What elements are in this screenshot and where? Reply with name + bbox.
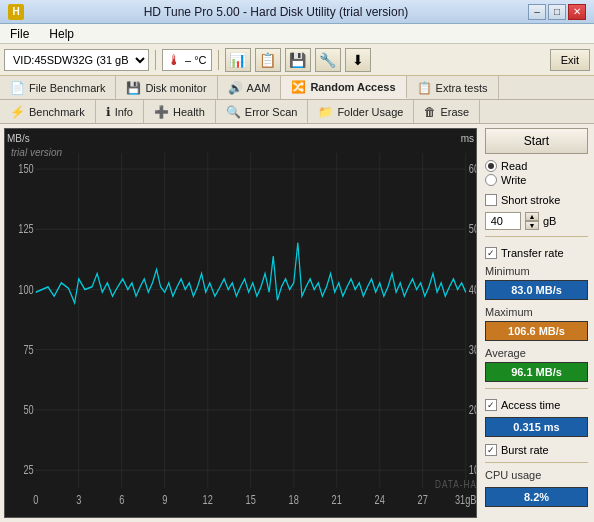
disk-monitor-icon: 💾 (126, 81, 141, 95)
health-icon: ➕ (154, 105, 169, 119)
svg-rect-0 (5, 129, 476, 517)
toolbar-sep-1 (155, 50, 156, 70)
tab-benchmark[interactable]: ⚡ Benchmark (0, 100, 96, 123)
svg-text:50: 50 (23, 403, 33, 416)
chart-watermark: trial version (11, 147, 62, 158)
window-title: HD Tune Pro 5.00 - Hard Disk Utility (tr… (24, 5, 528, 19)
file-benchmark-icon: 📄 (10, 81, 25, 95)
tab-file-benchmark[interactable]: 📄 File Benchmark (0, 76, 116, 99)
svg-text:21: 21 (332, 492, 342, 505)
icon-btn-4[interactable]: 🔧 (315, 48, 341, 72)
close-button[interactable]: ✕ (568, 4, 586, 20)
temp-value: – °C (185, 54, 207, 66)
minimize-button[interactable]: – (528, 4, 546, 20)
tab-info[interactable]: ℹ Info (96, 100, 144, 123)
tab-random-access[interactable]: 🔀 Random Access (281, 76, 406, 99)
svg-text:27: 27 (418, 492, 428, 505)
svg-text:60: 60 (469, 162, 476, 175)
toolbar: VID:45SDW32G (31 gB) 🌡 – °C 📊 📋 💾 🔧 ⬇ Ex… (0, 44, 594, 76)
gb-label: gB (543, 215, 556, 227)
window-controls: – □ ✕ (528, 4, 586, 20)
right-panel: Start Read Write Short stroke ▲ ▼ gB (479, 124, 594, 522)
svg-text:31gB: 31gB (455, 492, 476, 505)
temperature-display: 🌡 – °C (162, 49, 212, 71)
svg-text:150: 150 (18, 162, 33, 175)
maximize-button[interactable]: □ (548, 4, 566, 20)
checkbox-short-stroke[interactable]: Short stroke (485, 194, 588, 206)
tab-disk-monitor[interactable]: 💾 Disk monitor (116, 76, 217, 99)
svg-text:50: 50 (469, 222, 476, 235)
tab-health[interactable]: ➕ Health (144, 100, 216, 123)
chart-svg: 150 125 100 75 50 25 60 50 40 30 20 10 0… (5, 129, 476, 517)
benchmark-icon: ⚡ (10, 105, 25, 119)
transfer-rate-checkbox: ✓ (485, 247, 497, 259)
menu-help[interactable]: Help (43, 25, 80, 43)
minimum-value: 83.0 MB/s (485, 280, 588, 300)
stat-section-maximum: Maximum 106.6 MB/s (485, 306, 588, 341)
random-access-icon: 🔀 (291, 80, 306, 94)
tab-folder-usage[interactable]: 📁 Folder Usage (308, 100, 414, 123)
aam-icon: 🔊 (228, 81, 243, 95)
minimum-label: Minimum (485, 265, 588, 277)
maximum-value: 106.6 MB/s (485, 321, 588, 341)
start-button[interactable]: Start (485, 128, 588, 154)
drive-select[interactable]: VID:45SDW32G (31 gB) (4, 49, 149, 71)
info-icon: ℹ (106, 105, 111, 119)
average-value: 96.1 MB/s (485, 362, 588, 382)
svg-text:12: 12 (203, 492, 213, 505)
spin-buttons: ▲ ▼ (525, 212, 539, 230)
icon-btn-1[interactable]: 📊 (225, 48, 251, 72)
short-stroke-checkbox (485, 194, 497, 206)
access-time-checkbox: ✓ (485, 399, 497, 411)
svg-text:20: 20 (469, 403, 476, 416)
svg-text:6: 6 (119, 492, 124, 505)
burst-rate-checkbox: ✓ (485, 444, 497, 456)
svg-text:3: 3 (76, 492, 81, 505)
checkbox-transfer-rate[interactable]: ✓ Transfer rate (485, 247, 588, 259)
cpu-usage-value: 8.2% (485, 487, 588, 507)
tab-extra-tests[interactable]: 📋 Extra tests (407, 76, 499, 99)
tab-row-1: 📄 File Benchmark 💾 Disk monitor 🔊 AAM 🔀 … (0, 76, 594, 100)
svg-text:18: 18 (289, 492, 299, 505)
average-label: Average (485, 347, 588, 359)
cpu-usage-label: CPU usage (485, 469, 588, 481)
icon-btn-5[interactable]: ⬇ (345, 48, 371, 72)
stat-section-average: Average 96.1 MB/s (485, 347, 588, 382)
svg-text:30: 30 (469, 343, 476, 356)
svg-text:40: 40 (469, 282, 476, 295)
checkbox-burst-rate[interactable]: ✓ Burst rate (485, 444, 588, 456)
radio-write[interactable]: Write (485, 174, 588, 186)
spin-up[interactable]: ▲ (525, 212, 539, 221)
checkbox-access-time[interactable]: ✓ Access time (485, 399, 588, 411)
toolbar-sep-2 (218, 50, 219, 70)
svg-text:125: 125 (18, 222, 33, 235)
svg-text:0: 0 (33, 492, 38, 505)
radio-write-dot (485, 174, 497, 186)
svg-text:DATA-HARDWARE: DATA-HARDWARE (435, 477, 476, 489)
chart-left-label: MB/s (7, 133, 30, 144)
chart-right-label: ms (461, 133, 474, 144)
menu-file[interactable]: File (4, 25, 35, 43)
icon-btn-2[interactable]: 📋 (255, 48, 281, 72)
svg-text:25: 25 (23, 463, 33, 476)
svg-text:9: 9 (162, 492, 167, 505)
tab-error-scan[interactable]: 🔍 Error Scan (216, 100, 309, 123)
tab-erase[interactable]: 🗑 Erase (414, 100, 480, 123)
folder-usage-icon: 📁 (318, 105, 333, 119)
error-scan-icon: 🔍 (226, 105, 241, 119)
stat-section-minimum: Minimum 83.0 MB/s (485, 265, 588, 300)
radio-read[interactable]: Read (485, 160, 588, 172)
icon-btn-3[interactable]: 💾 (285, 48, 311, 72)
spin-down[interactable]: ▼ (525, 221, 539, 230)
chart-area: MB/s ms trial version 150 (4, 128, 477, 518)
tab-aam[interactable]: 🔊 AAM (218, 76, 282, 99)
svg-text:100: 100 (18, 282, 33, 295)
exit-button[interactable]: Exit (550, 49, 590, 71)
svg-text:75: 75 (23, 343, 33, 356)
svg-text:24: 24 (375, 492, 385, 505)
stroke-value-input[interactable] (485, 212, 521, 230)
svg-text:10: 10 (469, 463, 476, 476)
checkbox-group-stroke: Short stroke (485, 194, 588, 206)
svg-text:15: 15 (246, 492, 256, 505)
divider-1 (485, 236, 588, 237)
